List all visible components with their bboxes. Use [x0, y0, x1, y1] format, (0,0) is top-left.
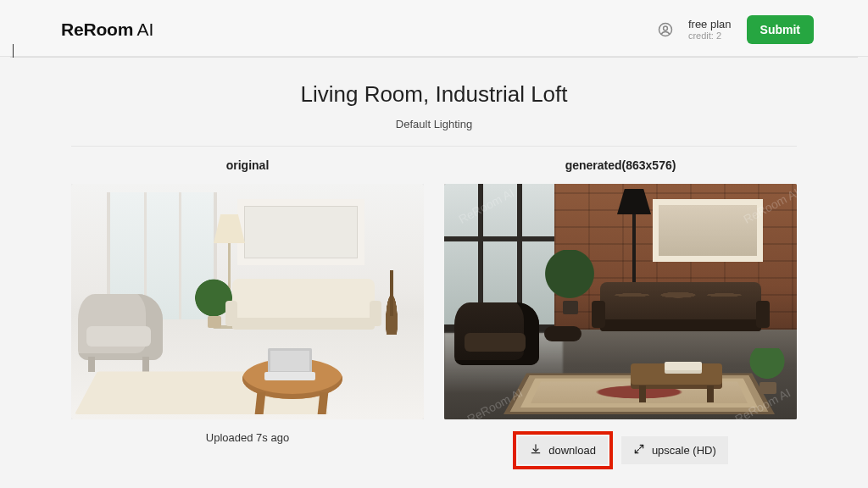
original-label: original	[71, 158, 424, 172]
download-label: download	[548, 444, 596, 457]
generated-column: generated(863x576)	[444, 158, 797, 469]
generated-actions-row: download upscale (HD)	[444, 431, 797, 469]
original-caption-row: Uploaded 7s ago	[71, 431, 424, 444]
page-title: Living Room, Industrial Loft	[71, 81, 797, 108]
original-column: original Uploaded 7s ago	[71, 158, 424, 469]
generated-image[interactable]: ReRoom AI ReRoom AI ReRoom AI ReRoom AI	[444, 184, 797, 419]
plan-info: free plan credit: 2	[688, 19, 732, 41]
upscale-button[interactable]: upscale (HD)	[621, 436, 728, 464]
section-divider	[71, 146, 797, 147]
user-icon[interactable]	[658, 22, 673, 37]
plan-name: free plan	[688, 19, 732, 30]
page-subtitle: Default Lighting	[71, 118, 797, 130]
main-content: Living Room, Industrial Loft Default Lig…	[71, 58, 797, 469]
generated-scene: ReRoom AI ReRoom AI ReRoom AI ReRoom AI	[444, 184, 797, 419]
logo-suffix: AI	[133, 19, 153, 39]
app-header: ReRoom AI free plan credit: 2 Submit	[0, 0, 868, 57]
uploaded-time-label: Uploaded 7s ago	[206, 431, 289, 444]
upscale-label: upscale (HD)	[652, 444, 716, 457]
text-caret	[13, 44, 14, 58]
plan-credit: credit: 2	[688, 30, 732, 41]
download-button[interactable]: download	[518, 436, 608, 464]
expand-icon	[633, 443, 645, 458]
submit-button[interactable]: Submit	[747, 15, 814, 44]
header-right: free plan credit: 2 Submit	[658, 15, 814, 44]
download-icon	[530, 443, 542, 458]
download-highlight: download	[513, 431, 613, 469]
svg-point-0	[659, 24, 671, 36]
logo-main: ReRoom	[61, 19, 133, 39]
generated-label: generated(863x576)	[444, 158, 797, 172]
image-columns: original Uploaded 7s ago	[71, 158, 797, 469]
svg-point-1	[664, 26, 668, 30]
original-image[interactable]	[71, 184, 424, 419]
original-scene	[71, 184, 424, 419]
app-logo[interactable]: ReRoom AI	[61, 19, 153, 40]
